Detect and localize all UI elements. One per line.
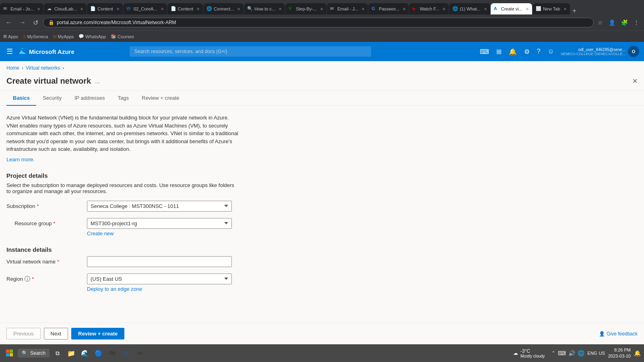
browser-tab-7[interactable]: 🔍 How to c... ✕ [244,3,285,14]
tab-close-9[interactable]: ✕ [361,7,365,11]
taskbar-search[interactable]: 🔍 Search [18,349,50,358]
breadcrumb-home[interactable]: Home [6,65,19,71]
resource-group-select[interactable]: MST300-project1-rg [87,218,232,229]
more-actions-button[interactable]: ... [95,78,100,84]
tab-ip-addresses[interactable]: IP addresses [68,91,111,106]
close-button[interactable]: ✕ [632,77,638,85]
file-explorer-button[interactable]: 📁 [65,347,78,360]
browser-tab-2[interactable]: ☁ CloudLab... ✕ [44,3,87,14]
breadcrumb-parent[interactable]: Virtual networks [26,65,60,71]
region-info-icon[interactable]: i [25,276,30,282]
browser-tab-13[interactable]: A Create vi... ✕ [491,3,532,14]
network-icon[interactable]: 🌐 [578,350,584,356]
address-bar[interactable]: 🔒 portal.azure.com/#create/Microsoft.Vir… [43,18,594,27]
tab-review-create[interactable]: Review + create [135,91,186,106]
edge-button[interactable]: 🌊 [78,347,91,360]
store-button[interactable]: 🛍 [106,347,119,360]
svg-rect-3 [10,350,13,353]
tab-close-12[interactable]: ✕ [484,7,487,11]
settings-icon[interactable]: ⚙ [522,45,532,58]
word-button[interactable]: W [120,347,132,360]
bookmark-courses[interactable]: 📚 Courses [111,34,134,39]
region-row: Region i * (US) East US Deploy to an edg… [6,274,638,292]
bookmark-whatsapp[interactable]: 💬 WhatsApp [78,34,106,39]
browser-tab-4[interactable]: W 02_CoreA... ✕ [123,3,167,14]
azure-search[interactable] [130,46,371,57]
tab-close-1[interactable]: ✕ [37,7,40,11]
reload-button[interactable]: ↺ [31,18,41,27]
vnet-name-row: Virtual network name * [6,256,638,267]
tab-close-10[interactable]: ✕ [402,7,406,11]
browser-tab-8[interactable]: V Step-By-... ✕ [285,3,326,14]
bookmark-button[interactable]: ☆ [596,19,605,27]
browser-tab-6[interactable]: 🌐 Connect... ✕ [203,3,244,14]
tab-security[interactable]: Security [36,91,68,106]
tab-close-2[interactable]: ✕ [80,7,83,11]
tab-close-11[interactable]: ✕ [442,7,446,11]
hamburger-menu[interactable]: ☰ [5,45,14,58]
more-button[interactable]: ⋮ [632,19,641,27]
tab-favicon-12: 🌐 [452,6,458,12]
temperature: -3°C [520,348,545,354]
directory-icon[interactable]: ⊞ [494,45,504,58]
browser-tab-1[interactable]: ✉ Email - Jo... ✕ [0,3,43,14]
bookmark-myapps[interactable]: M MyApps [53,34,74,39]
learn-more-link[interactable]: Learn more. [6,156,35,162]
task-view-button[interactable]: ⧉ [51,347,64,360]
browser-actions: ☆ 👤 🧩 ⋮ [596,19,641,27]
browser-tab-9[interactable]: ✉ Email - J... ✕ [327,3,368,14]
speaker-icon[interactable]: 🔊 [568,350,575,356]
bookmark-myseneca[interactable]: S MySeneca [23,34,48,39]
tab-close-3[interactable]: ✕ [116,7,120,11]
clock[interactable]: 8:26 PM 2023-03-10 [608,347,631,360]
new-tab-button[interactable]: + [570,7,579,14]
user-avatar[interactable]: O [628,46,639,57]
forward-button[interactable]: → [17,18,28,27]
resource-group-required: * [54,220,56,226]
start-button[interactable] [3,347,16,360]
snip-button[interactable]: ✂ [133,347,146,360]
vnet-name-input[interactable] [87,256,232,267]
notification-button[interactable]: 🔔 [634,350,641,356]
chevron-up-icon[interactable]: ⌃ [551,350,555,356]
tab-close-7[interactable]: ✕ [279,7,282,11]
give-feedback-link[interactable]: 👤 Give feedback [599,331,638,337]
weather-widget[interactable]: ☁ -3°C Mostly cloudy [510,348,548,358]
profile-button[interactable]: 👤 [607,19,617,27]
browser-tab-5[interactable]: 📄 Content ✕ [167,3,203,14]
deploy-edge-zone-link[interactable]: Deploy to an edge zone [87,286,142,292]
help-icon[interactable]: ? [535,45,543,58]
tab-tags[interactable]: Tags [111,91,135,106]
azure-top-icons: ⌨ ⊞ 🔔 ⚙ ? ☺ odl_user_846285@sene... SENE… [477,45,639,58]
language-region[interactable]: ENG US [588,351,605,356]
review-create-button[interactable]: Review + create [71,328,124,339]
cloud-shell-icon[interactable]: ⌨ [477,45,491,58]
next-button[interactable]: Next [44,328,68,339]
region-select[interactable]: (US) East US [87,274,232,284]
tab-close-6[interactable]: ✕ [237,7,240,11]
user-info[interactable]: odl_user_846285@sene... SENECA COLLEGE (… [561,47,625,56]
browser-tab-12[interactable]: 🌐 (1) What... ✕ [449,3,490,14]
user-name: odl_user_846285@sene... [578,47,625,52]
tab-close-8[interactable]: ✕ [320,7,323,11]
create-new-resource-group-link[interactable]: Create new [87,230,114,237]
bookmark-apps[interactable]: ⊞ Apps [3,34,18,39]
previous-button[interactable]: Previous [6,328,41,339]
keyboard-icon[interactable]: ⌨ [558,350,566,356]
chrome-button[interactable]: 🔵 [92,347,105,360]
browser-tab-3[interactable]: 📄 Content ✕ [87,3,123,14]
tab-close-14[interactable]: ✕ [564,7,567,11]
browser-tab-10[interactable]: G Passwor... ✕ [368,3,409,14]
back-button[interactable]: ← [3,18,14,27]
extensions-button[interactable]: 🧩 [619,19,630,27]
tab-close-5[interactable]: ✕ [196,7,200,11]
browser-tab-11[interactable]: ▶ Watch F... ✕ [409,3,449,14]
notifications-icon[interactable]: 🔔 [506,45,519,58]
feedback-icon[interactable]: ☺ [545,45,557,58]
subscription-select[interactable]: Seneca College : MST300NSC - 1011 [87,201,232,212]
azure-search-input[interactable] [130,46,371,57]
browser-tab-14[interactable]: ⬜ New Tab ✕ [533,3,570,14]
tab-basics[interactable]: Basics [6,91,36,106]
tab-close-13[interactable]: ✕ [526,7,529,11]
tab-close-4[interactable]: ✕ [161,7,164,11]
